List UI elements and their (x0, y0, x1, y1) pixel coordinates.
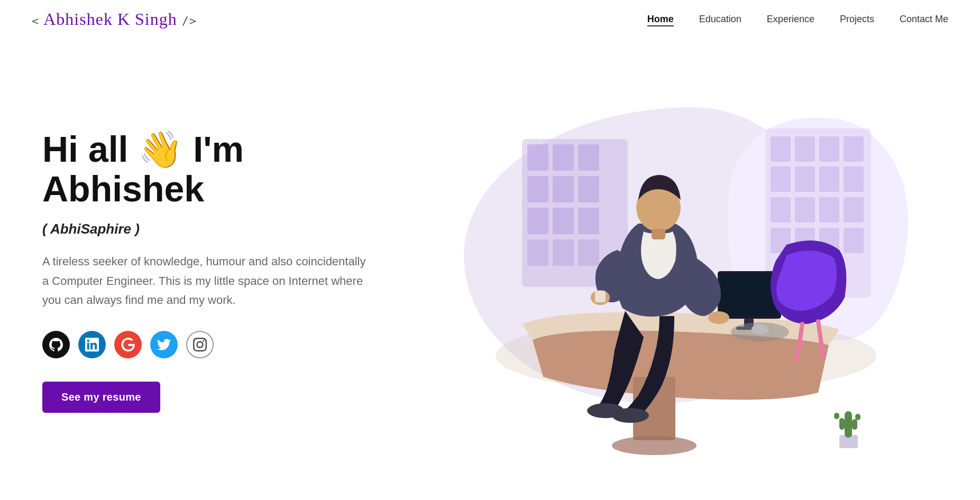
hero-illustration (402, 86, 938, 456)
svg-rect-8 (553, 208, 574, 234)
svg-rect-19 (795, 166, 815, 192)
hero-description: A tireless seeker of knowledge, humour a… (42, 252, 370, 310)
svg-point-45 (708, 311, 729, 324)
svg-rect-23 (795, 197, 815, 223)
nav-link-projects[interactable]: Projects (840, 14, 874, 24)
svg-point-47 (612, 408, 649, 423)
nav-item-contact[interactable]: Contact Me (900, 14, 948, 25)
hero-title: Hi all 👋 I'm Abhishek (42, 129, 402, 209)
svg-rect-34 (720, 274, 778, 316)
svg-rect-29 (844, 228, 864, 253)
svg-rect-1 (527, 144, 548, 171)
site-logo[interactable]: < Abhishek K Singh /> (32, 10, 197, 29)
svg-rect-21 (844, 166, 864, 192)
nav-links: Home Education Experience Projects Conta… (647, 14, 948, 25)
github-icon (49, 338, 63, 351)
svg-rect-44 (595, 291, 606, 302)
svg-rect-6 (578, 176, 599, 202)
hero-title-text: Hi all (42, 129, 129, 169)
nav-link-contact[interactable]: Contact Me (900, 14, 948, 24)
instagram-link[interactable] (186, 331, 214, 358)
twitter-icon (157, 338, 171, 351)
svg-rect-24 (819, 197, 839, 223)
svg-rect-22 (771, 197, 791, 223)
svg-rect-2 (553, 144, 574, 171)
svg-rect-25 (844, 197, 864, 223)
svg-rect-10 (527, 239, 548, 266)
svg-rect-18 (771, 166, 791, 192)
svg-point-32 (612, 436, 697, 455)
svg-rect-50 (839, 418, 845, 430)
svg-rect-52 (834, 413, 839, 419)
svg-rect-49 (845, 411, 852, 438)
hero-alias: ( AbhiSaphire ) (42, 221, 402, 237)
nav-link-home[interactable]: Home (647, 14, 674, 26)
svg-rect-14 (771, 136, 791, 162)
nav-link-education[interactable]: Education (699, 14, 741, 24)
svg-rect-7 (527, 208, 548, 234)
svg-rect-9 (578, 208, 599, 234)
svg-rect-15 (795, 136, 815, 162)
hero-left-content: Hi all 👋 I'm Abhishek ( AbhiSaphire ) A … (42, 129, 402, 413)
google-link[interactable] (114, 331, 142, 358)
svg-rect-3 (578, 144, 599, 171)
svg-rect-42 (652, 229, 665, 239)
svg-rect-12 (578, 239, 599, 266)
wave-emoji: 👋 (138, 129, 183, 169)
svg-rect-17 (844, 136, 864, 162)
see-resume-button[interactable]: See my resume (42, 382, 160, 413)
social-icons-group (42, 331, 402, 358)
linkedin-link[interactable] (78, 331, 106, 358)
svg-rect-51 (852, 419, 857, 430)
svg-rect-11 (553, 239, 574, 266)
svg-rect-53 (855, 414, 860, 420)
nav-item-projects[interactable]: Projects (840, 14, 874, 25)
svg-rect-4 (527, 176, 548, 202)
instagram-icon (193, 338, 207, 351)
navbar: < Abhishek K Singh /> Home Education Exp… (0, 0, 980, 39)
nav-item-home[interactable]: Home (647, 14, 674, 25)
svg-rect-20 (819, 166, 839, 192)
hero-section: Hi all 👋 I'm Abhishek ( AbhiSaphire ) A … (0, 39, 980, 493)
svg-point-38 (752, 324, 768, 335)
svg-rect-5 (553, 176, 574, 202)
twitter-link[interactable] (150, 331, 178, 358)
svg-rect-16 (819, 136, 839, 162)
linkedin-icon (85, 338, 99, 351)
desk-scene-svg (459, 97, 892, 456)
illustration-container (432, 86, 908, 456)
google-icon (121, 338, 135, 351)
github-link[interactable] (42, 331, 70, 358)
nav-link-experience[interactable]: Experience (767, 14, 814, 24)
nav-item-education[interactable]: Education (699, 14, 741, 25)
nav-item-experience[interactable]: Experience (767, 14, 814, 25)
